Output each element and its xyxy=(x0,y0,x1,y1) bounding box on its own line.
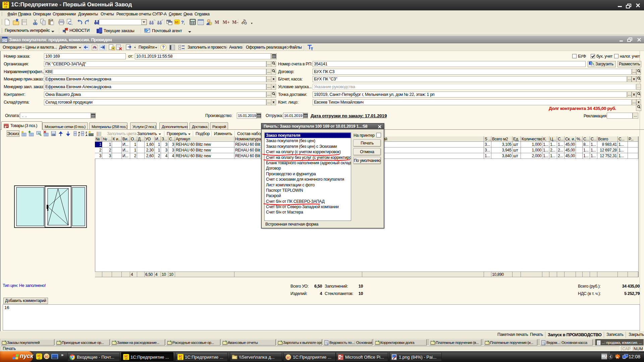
svg-text:1С: 1С xyxy=(286,356,290,359)
svg-text:1С: 1С xyxy=(175,20,179,24)
svg-text:v8: v8 xyxy=(179,357,182,360)
svg-text:R: R xyxy=(94,46,96,49)
svg-text:v8: v8 xyxy=(38,357,41,359)
svg-text:?: ? xyxy=(181,20,184,25)
svg-text:v8: v8 xyxy=(125,357,127,360)
svg-text:v8: v8 xyxy=(4,5,7,8)
svg-text:1С: 1С xyxy=(45,355,49,358)
svg-text:a: a xyxy=(616,356,618,359)
svg-text:Z: Z xyxy=(78,134,80,137)
svg-text:A: A xyxy=(86,134,88,137)
svg-text:OK: OK xyxy=(52,134,56,136)
